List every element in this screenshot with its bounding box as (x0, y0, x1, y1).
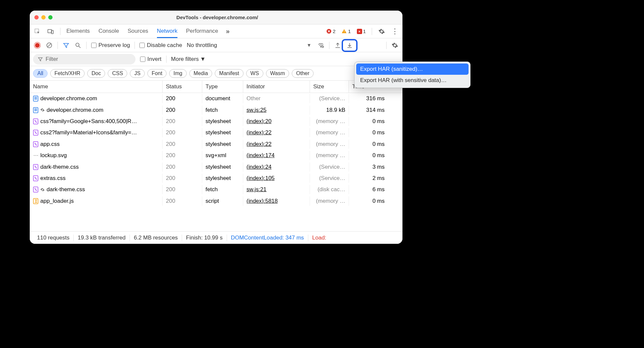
chip-media[interactable]: Media (189, 69, 212, 78)
sb-load: Load: (308, 235, 330, 241)
titlebar: DevTools - developer.chrome.com/ (30, 11, 402, 24)
col-status[interactable]: Status (163, 81, 202, 93)
network-table-header: Name Status Type Initiator Size Time (30, 81, 402, 93)
more-filters-dropdown[interactable]: More filters ▼ (171, 56, 206, 63)
error-badge[interactable]: 2 (326, 28, 335, 34)
chevron-down-icon: ▼ (200, 56, 206, 63)
chip-manifest[interactable]: Manifest (215, 69, 243, 78)
status-bar: 110 requests 19.3 kB transferred 6.2 MB … (30, 231, 402, 244)
sb-requests: 110 requests (33, 235, 74, 241)
window-title: DevTools - developer.chrome.com/ (53, 15, 382, 20)
request-row[interactable]: developer.chrome.com200fetchsw.js:2518.9… (30, 104, 402, 115)
chip-css[interactable]: CSS (108, 69, 127, 78)
settings-icon[interactable] (378, 28, 385, 35)
svg-rect-1 (48, 29, 52, 33)
request-row[interactable]: css?family=Google+Sans:400,500|R…200styl… (30, 116, 402, 127)
svg-line-7 (47, 43, 51, 47)
svg-line-9 (79, 46, 81, 48)
col-name[interactable]: Name (30, 81, 163, 93)
request-row[interactable]: app.css200stylesheet(index):22(memory …0… (30, 139, 402, 150)
filter-input[interactable]: Filter (33, 54, 135, 65)
chip-img[interactable]: Img (169, 69, 187, 78)
warning-badge[interactable]: 1 (341, 28, 351, 34)
preserve-log-checkbox[interactable]: Preserve log (91, 42, 130, 49)
disable-cache-checkbox[interactable]: Disable cache (139, 42, 182, 49)
kebab-menu-icon[interactable]: ⋮ (391, 28, 398, 35)
more-tabs-icon[interactable]: » (224, 28, 231, 35)
request-row[interactable]: developer.chrome.com200documentOther(Ser… (30, 93, 402, 104)
maximize-window-button[interactable] (48, 15, 53, 20)
record-button[interactable] (34, 42, 41, 49)
export-har-menu: Export HAR (sanitized)… Export HAR (with… (354, 62, 471, 88)
chip-doc[interactable]: Doc (87, 69, 105, 78)
request-row[interactable]: css2?family=Material+Icons&family=…200st… (30, 127, 402, 138)
tab-list: ElementsConsoleSourcesNetworkPerformance (66, 25, 218, 38)
request-row[interactable]: lockup.svg200svg+xml(index):174(memory …… (30, 150, 402, 161)
clear-icon[interactable] (46, 42, 53, 49)
request-row[interactable]: dark-theme.css200stylesheet(index):24(Se… (30, 161, 402, 172)
main-tabs: ElementsConsoleSourcesNetworkPerformance… (30, 24, 402, 38)
inspect-element-icon[interactable] (34, 28, 41, 35)
sb-finish: Finish: 10.99 s (182, 235, 227, 241)
chip-js[interactable]: JS (130, 69, 145, 78)
request-row[interactable]: app_loader.js200script(index):5818(memor… (30, 196, 402, 207)
chip-font[interactable]: Font (147, 69, 167, 78)
filter-toggle-icon[interactable] (62, 42, 70, 49)
type-filter-chips: AllFetch/XHRDocCSSJSFontImgMediaManifest… (30, 66, 402, 81)
tab-performance[interactable]: Performance (186, 25, 218, 38)
sb-domcontentloaded: DOMContentLoaded: 347 ms (227, 235, 308, 241)
request-row[interactable]: dark-theme.css200fetchsw.js:21(disk cac…… (30, 184, 402, 195)
window-controls (34, 15, 53, 20)
export-har-icon[interactable] (346, 42, 353, 49)
export-har-sanitized[interactable]: Export HAR (sanitized)… (356, 64, 469, 75)
throttling-select[interactable]: No throttling (187, 42, 217, 49)
col-initiator[interactable]: Initiator (243, 81, 310, 93)
network-request-list: developer.chrome.com200documentOther(Ser… (30, 93, 402, 207)
svg-point-8 (76, 43, 79, 46)
svg-point-10 (321, 46, 322, 47)
chip-all[interactable]: All (33, 69, 48, 78)
tab-elements[interactable]: Elements (66, 25, 90, 38)
chip-ws[interactable]: WS (246, 69, 263, 78)
close-window-button[interactable] (34, 15, 39, 20)
filter-row: Filter Invert More filters ▼ (30, 52, 402, 66)
col-type[interactable]: Type (202, 81, 243, 93)
network-conditions-icon[interactable] (317, 42, 324, 49)
svg-point-11 (322, 46, 324, 47)
search-icon[interactable] (74, 42, 82, 49)
invert-checkbox[interactable]: Invert (140, 56, 162, 63)
request-row[interactable]: extras.css200stylesheet(index):105(Servi… (30, 173, 402, 184)
sb-resources: 6.2 MB resources (130, 235, 182, 241)
tab-sources[interactable]: Sources (128, 25, 148, 38)
export-har-sensitive[interactable]: Export HAR (with sensitive data)… (356, 75, 469, 86)
svg-rect-5 (344, 32, 344, 32)
tab-console[interactable]: Console (98, 25, 119, 38)
svg-rect-12 (33, 96, 38, 101)
issues-badge[interactable]: × 1 (357, 28, 366, 34)
minimize-window-button[interactable] (41, 15, 46, 20)
sb-transferred: 19.3 kB transferred (74, 235, 130, 241)
col-size[interactable]: Size (310, 81, 349, 93)
tab-network[interactable]: Network (157, 25, 177, 38)
chip-other[interactable]: Other (292, 69, 314, 78)
import-har-icon[interactable] (334, 42, 341, 49)
throttling-caret-icon[interactable]: ▾ (305, 42, 313, 49)
device-toolbar-icon[interactable] (47, 28, 54, 35)
network-toolbar: Preserve log Disable cache No throttling… (30, 38, 402, 52)
chip-wasm[interactable]: Wasm (266, 69, 289, 78)
devtools-window: DevTools - developer.chrome.com/ Element… (30, 11, 402, 244)
svg-rect-4 (344, 30, 344, 32)
chip-fetchxhr[interactable]: Fetch/XHR (50, 69, 85, 78)
network-settings-icon[interactable] (391, 42, 398, 49)
svg-rect-16 (33, 108, 38, 113)
